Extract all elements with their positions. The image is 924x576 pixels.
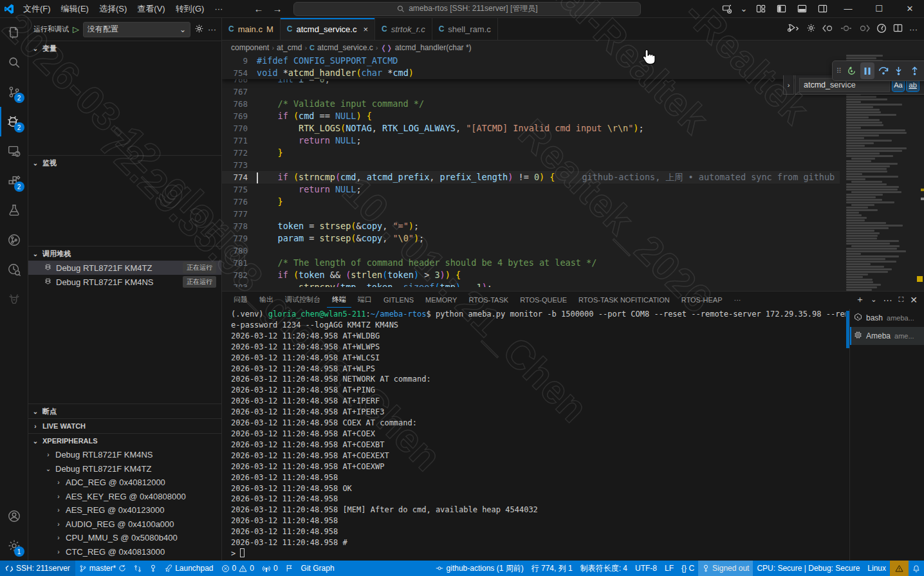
- line-number[interactable]: 780: [222, 245, 257, 257]
- line-number[interactable]: 773: [222, 159, 257, 171]
- tree-item[interactable]: ›CTC_REG @ 0x40813000: [28, 545, 221, 559]
- pause-icon[interactable]: [860, 62, 874, 79]
- status-github-actions-1-周前-[interactable]: github-actions (1 周前): [431, 561, 528, 576]
- line-number[interactable]: 778: [222, 220, 257, 232]
- section-xperipherals[interactable]: ⌄XPERIPHERALS: [28, 433, 221, 448]
- maximize-button[interactable]: ☐: [865, 0, 893, 18]
- panel-tab-终端[interactable]: 终端: [327, 292, 351, 308]
- status-gitlens-icon[interactable]: [145, 561, 161, 576]
- toggle-secondary-sidebar-icon[interactable]: [813, 1, 831, 17]
- run-debug-icon[interactable]: 2: [0, 107, 28, 136]
- sticky-scroll[interactable]: 9#ifdef CONFIG_SUPPORT_ATCMD754void *atc…: [222, 55, 840, 79]
- launch-config-select[interactable]: 没有配置⌄: [83, 22, 190, 37]
- panel-tab--[interactable]: ···: [728, 292, 746, 308]
- step-into-icon[interactable]: [892, 62, 906, 79]
- debug-settings-gear-icon[interactable]: [806, 23, 816, 35]
- status-0[interactable]: 0: [258, 561, 282, 576]
- section-live-watch[interactable]: ›LIVE WATCH: [28, 418, 221, 433]
- panel-tab-问题[interactable]: 问题: [228, 292, 253, 308]
- code-line-772[interactable]: 772 }: [222, 147, 840, 159]
- panel-tab-gitlens[interactable]: GITLENS: [378, 292, 419, 308]
- tree-item[interactable]: ⌄Debug RTL8721F KM4TZ: [28, 462, 221, 476]
- run-or-debug-icon[interactable]: [787, 23, 800, 35]
- code-line-775[interactable]: 775 return NULL;: [222, 183, 840, 196]
- code-line-767[interactable]: 767: [222, 86, 840, 98]
- status-行-774-列-1[interactable]: 行 774, 列 1: [528, 561, 577, 576]
- more-actions-icon[interactable]: ···: [883, 295, 892, 305]
- code-line-779[interactable]: 779 param = strsep(&copy, "\0");: [222, 232, 840, 245]
- extensions-icon[interactable]: 2: [0, 166, 28, 196]
- callstack-session[interactable]: Debug RTL8721F KM4TZ正在运行: [28, 261, 221, 275]
- step-out-icon[interactable]: [907, 62, 921, 79]
- breadcrumb-item[interactable]: atcmd_service.c: [317, 43, 373, 52]
- source-control-icon[interactable]: 2: [0, 77, 28, 107]
- line-number[interactable]: 9: [222, 55, 257, 67]
- breadcrumb-item[interactable]: at_cmd: [277, 43, 302, 52]
- line-number[interactable]: 777: [222, 208, 257, 220]
- chevron-down-icon[interactable]: ⌄: [871, 295, 876, 304]
- line-number[interactable]: 754: [222, 67, 257, 79]
- code-line-782[interactable]: 782 if (token && (strlen(token) > 3)) {: [222, 269, 840, 281]
- search-icon[interactable]: [0, 48, 28, 77]
- code-line-773[interactable]: 773: [222, 159, 840, 171]
- section-watch[interactable]: ⌄监视: [28, 155, 221, 170]
- code-line-780[interactable]: 780: [222, 245, 840, 257]
- nav-forward-icon[interactable]: →: [272, 3, 282, 14]
- tree-item[interactable]: ›AES_KEY_REG @ 0x40808000: [28, 490, 221, 504]
- status-linux[interactable]: Linux: [864, 561, 890, 576]
- status-utf-8[interactable]: UTF-8: [631, 561, 661, 576]
- section-callstack[interactable]: ⌄调用堆栈: [28, 246, 221, 261]
- nav-back-circle-icon[interactable]: [822, 24, 834, 35]
- terminal[interactable]: (.venv) gloria_chen@wlan5-211:~/ameba-rt…: [231, 309, 845, 561]
- split-editor-icon[interactable]: [893, 23, 903, 35]
- reverse-continue-icon[interactable]: [845, 62, 859, 79]
- run-timer-icon[interactable]: [876, 23, 887, 35]
- vscode-logo-icon[interactable]: [0, 4, 18, 14]
- line-number[interactable]: 771: [222, 135, 257, 147]
- tree-item[interactable]: ›ADC_REG @ 0x40812000: [28, 476, 221, 490]
- status-git-graph[interactable]: Git Graph: [297, 561, 338, 576]
- breadcrumb[interactable]: component›at_cmd›Catcmd_service.c›❬❭atcm…: [222, 41, 924, 55]
- explorer-icon[interactable]: [0, 18, 28, 48]
- panel-tab-rtos-task-nofitication[interactable]: RTOS-TASK NOFITICATION: [573, 292, 675, 308]
- status-signed-out[interactable]: Signed out: [698, 561, 753, 576]
- status--c[interactable]: {} C: [678, 561, 698, 576]
- find-collapse-icon[interactable]: ›: [783, 75, 794, 95]
- code-line-778[interactable]: 778 token = strsep(&copy, "=");: [222, 220, 840, 232]
- status-bell-icon[interactable]: [909, 561, 924, 576]
- step-over-icon[interactable]: [876, 62, 890, 79]
- code-line-9[interactable]: 9#ifdef CONFIG_SUPPORT_ATCMD: [222, 55, 840, 67]
- panel-tab-rtos-heap[interactable]: RTOS-HEAP: [676, 292, 728, 308]
- line-number[interactable]: 772: [222, 147, 257, 159]
- status-flag-icon[interactable]: [282, 561, 297, 576]
- terminal-list-item-ameba[interactable]: Amebaame...: [850, 327, 924, 345]
- code-editor[interactable]: 9#ifdef CONFIG_SUPPORT_ATCMD754void *atc…: [222, 55, 840, 291]
- status-warning-icon[interactable]: [890, 561, 909, 576]
- panel-tab-端口[interactable]: 端口: [353, 292, 377, 308]
- settings-gear-icon[interactable]: 1: [0, 531, 28, 561]
- breadcrumb-item[interactable]: component: [231, 43, 269, 52]
- breadcrumb-item[interactable]: atcmd_handler(char *): [395, 43, 472, 52]
- line-number[interactable]: 782: [222, 269, 257, 281]
- minimize-button[interactable]: —: [834, 0, 862, 18]
- tab-strtok_r-c[interactable]: Cstrtok_r.c: [375, 18, 432, 40]
- test-beaker-icon[interactable]: [0, 196, 28, 225]
- account-icon[interactable]: [0, 501, 28, 531]
- status-lf[interactable]: LF: [661, 561, 678, 576]
- menu-item-e[interactable]: 编辑(E): [56, 0, 94, 18]
- line-number[interactable]: 783: [222, 281, 257, 287]
- new-terminal-icon[interactable]: ＋: [855, 294, 864, 306]
- menu-item-[interactable]: ···: [209, 0, 228, 18]
- status-launchpad[interactable]: Launchpad: [161, 561, 217, 576]
- command-center-search[interactable]: ameba-rtos [SSH: 211server] [管理员]: [293, 2, 641, 16]
- panel-tab-输出[interactable]: 输出: [254, 292, 279, 308]
- commit-search-icon[interactable]: [0, 255, 28, 284]
- terminal-input-line[interactable]: >: [231, 548, 845, 559]
- panel-tab-调试控制台[interactable]: 调试控制台: [280, 292, 326, 308]
- line-number[interactable]: 779: [222, 232, 257, 245]
- code-line-769[interactable]: 769 if (cmd == NULL) {: [222, 110, 840, 122]
- close-button[interactable]: ✕: [896, 0, 924, 18]
- code-line-768[interactable]: 768 /* Validate input command */: [222, 98, 840, 110]
- line-number[interactable]: 776: [222, 196, 257, 208]
- more-actions-icon[interactable]: ···: [909, 24, 918, 34]
